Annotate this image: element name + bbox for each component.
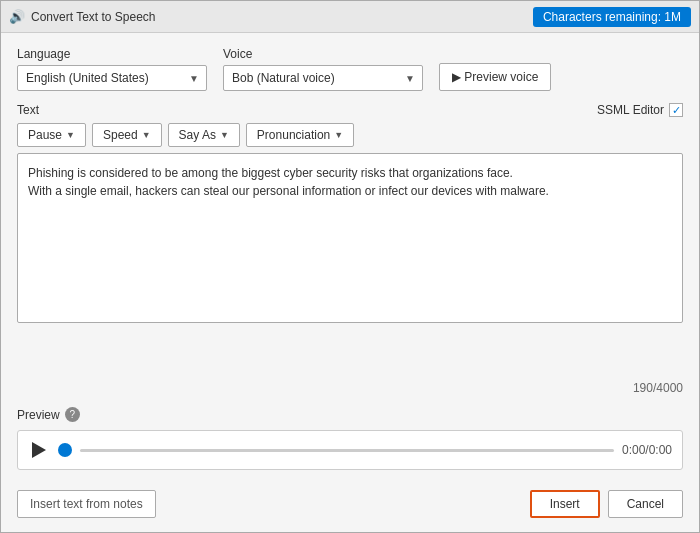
preview-section: Preview ? 0:00/0:00 (17, 407, 683, 470)
insert-label: Insert (550, 497, 580, 511)
say-as-dropdown-arrow: ▼ (220, 130, 229, 140)
language-field: Language English (United States) English… (17, 47, 207, 91)
speed-dropdown-arrow: ▼ (142, 130, 151, 140)
say-as-label: Say As (179, 128, 216, 142)
voice-select[interactable]: Bob (Natural voice) Alice (Natural voice… (223, 65, 423, 91)
progress-bar[interactable] (80, 449, 614, 452)
preview-header: Preview ? (17, 407, 683, 422)
pause-label: Pause (28, 128, 62, 142)
insert-notes-button[interactable]: Insert text from notes (17, 490, 156, 518)
play-icon (32, 442, 46, 458)
progress-dot[interactable] (58, 443, 72, 457)
language-label: Language (17, 47, 207, 61)
voice-field: Voice Bob (Natural voice) Alice (Natural… (223, 47, 423, 91)
speed-button[interactable]: Speed ▼ (92, 123, 162, 147)
pronunciation-label: Pronunciation (257, 128, 330, 142)
char-count: 190/4000 (17, 381, 683, 395)
window-title: Convert Text to Speech (31, 10, 156, 24)
ssml-editor-toggle[interactable]: SSML Editor ✓ (597, 103, 683, 117)
voice-label: Voice (223, 47, 423, 61)
cancel-button[interactable]: Cancel (608, 490, 683, 518)
footer-right: Insert Cancel (530, 490, 683, 518)
ssml-editor-label: SSML Editor (597, 103, 664, 117)
speed-label: Speed (103, 128, 138, 142)
help-icon[interactable]: ? (65, 407, 80, 422)
pause-dropdown-arrow: ▼ (66, 130, 75, 140)
pronunciation-button[interactable]: Pronunciation ▼ (246, 123, 354, 147)
ssml-checkbox[interactable]: ✓ (669, 103, 683, 117)
audio-player: 0:00/0:00 (17, 430, 683, 470)
titlebar-left: 🔊 Convert Text to Speech (9, 9, 156, 25)
toolbar-buttons: Pause ▼ Speed ▼ Say As ▼ Pronunciation ▼ (17, 123, 683, 147)
pause-button[interactable]: Pause ▼ (17, 123, 86, 147)
selects-row: Language English (United States) English… (17, 47, 683, 91)
insert-button[interactable]: Insert (530, 490, 600, 518)
text-label: Text (17, 103, 39, 117)
language-select[interactable]: English (United States) English (United … (17, 65, 207, 91)
footer-buttons: Insert text from notes Insert Cancel (1, 484, 699, 532)
say-as-button[interactable]: Say As ▼ (168, 123, 240, 147)
pronunciation-dropdown-arrow: ▼ (334, 130, 343, 140)
text-input[interactable] (17, 153, 683, 323)
voice-select-wrapper: Bob (Natural voice) Alice (Natural voice… (223, 65, 423, 91)
text-area-wrapper (17, 153, 683, 373)
characters-badge: Characters remaining: 1M (533, 7, 691, 27)
titlebar: 🔊 Convert Text to Speech Characters rema… (1, 1, 699, 33)
main-content: Language English (United States) English… (1, 33, 699, 484)
text-header: Text SSML Editor ✓ (17, 103, 683, 117)
main-window: 🔊 Convert Text to Speech Characters rema… (0, 0, 700, 533)
text-section: Text SSML Editor ✓ Pause ▼ Speed ▼ Say A… (17, 103, 683, 395)
language-select-wrapper: English (United States) English (United … (17, 65, 207, 91)
time-display: 0:00/0:00 (622, 443, 672, 457)
preview-voice-button[interactable]: ▶ Preview voice (439, 63, 551, 91)
app-icon: 🔊 (9, 9, 25, 25)
play-button[interactable] (28, 439, 50, 461)
preview-label: Preview (17, 408, 60, 422)
